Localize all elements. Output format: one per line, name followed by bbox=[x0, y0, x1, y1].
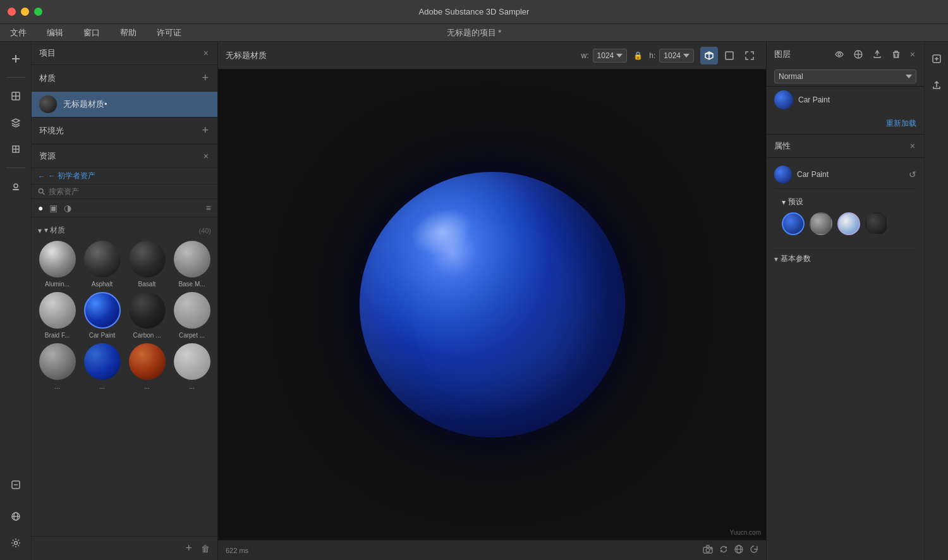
stamp-tool[interactable] bbox=[5, 176, 27, 197]
layer-delete-button[interactable] bbox=[889, 47, 904, 62]
list-item[interactable]: Asphalt bbox=[82, 241, 123, 288]
material-label-carpaint: Car Paint bbox=[89, 331, 116, 339]
svg-point-27 bbox=[838, 53, 841, 56]
reload-link[interactable]: 重新加载 bbox=[886, 118, 916, 129]
2d-view-button[interactable] bbox=[720, 47, 738, 64]
layer-item[interactable]: Car Paint bbox=[767, 87, 924, 113]
sphere-object bbox=[360, 172, 625, 437]
maximize-button[interactable] bbox=[34, 8, 42, 16]
add-asset-button[interactable]: + bbox=[184, 540, 193, 556]
properties-close-button[interactable]: × bbox=[909, 140, 916, 152]
search-bar bbox=[32, 185, 217, 199]
add-material-button[interactable]: + bbox=[200, 70, 210, 86]
category-count: (40) bbox=[198, 227, 211, 234]
preset-blue[interactable] bbox=[782, 212, 805, 235]
add-environment-button[interactable]: + bbox=[200, 123, 210, 138]
presets-chevron-icon: ▾ bbox=[782, 198, 786, 207]
layer-paint-button[interactable] bbox=[851, 47, 866, 62]
blend-mode-value: Normal bbox=[779, 72, 803, 81]
svg-point-8 bbox=[14, 184, 18, 188]
layers-tool[interactable] bbox=[5, 112, 27, 133]
list-item[interactable]: Alumin... bbox=[37, 241, 78, 288]
project-close-button[interactable]: × bbox=[202, 47, 210, 59]
menu-help[interactable]: 帮助 bbox=[116, 26, 140, 40]
material-thumb-carpet bbox=[174, 292, 210, 329]
info-panel-button[interactable] bbox=[926, 48, 947, 70]
properties-title: 属性 bbox=[774, 140, 791, 152]
assets-content: ▾ ▾ 材质 (40) Alumin... Asphalt bbox=[32, 217, 217, 536]
material-label-base: Base M... bbox=[178, 280, 205, 288]
image-filter-icon[interactable]: ▣ bbox=[49, 203, 58, 213]
layer-export-button[interactable] bbox=[870, 47, 885, 62]
list-item[interactable]: Carbon ... bbox=[126, 292, 167, 339]
transform-tool[interactable] bbox=[5, 85, 27, 107]
material-item-name: 无标题材质• bbox=[63, 99, 107, 110]
height-label: h: bbox=[649, 51, 655, 60]
menu-file[interactable]: 文件 bbox=[6, 26, 30, 40]
expand-view-button[interactable] bbox=[741, 47, 758, 64]
list-item[interactable]: Car Paint bbox=[82, 292, 123, 339]
material-thumb-carbon bbox=[129, 292, 166, 329]
width-control: w: 1024 bbox=[581, 49, 628, 63]
settings-tool[interactable] bbox=[5, 532, 27, 554]
blend-chevron-icon bbox=[906, 75, 912, 78]
material-thumb-aluminum bbox=[39, 241, 76, 277]
property-reset-button[interactable]: ↺ bbox=[909, 169, 916, 180]
preset-silver[interactable] bbox=[810, 212, 832, 235]
add-button[interactable] bbox=[5, 48, 27, 70]
menu-license[interactable]: 许可证 bbox=[153, 26, 185, 40]
list-item[interactable]: ... bbox=[37, 343, 78, 391]
crop-tool[interactable] bbox=[5, 138, 27, 160]
materials-category: ▾ ▾ 材质 (40) bbox=[37, 222, 212, 241]
refresh-icon[interactable] bbox=[719, 545, 728, 556]
share-button[interactable] bbox=[926, 75, 947, 96]
aspect-lock-icon[interactable]: 🔒 bbox=[633, 51, 643, 60]
layer-thumbnail bbox=[774, 90, 793, 109]
environment-title-label: 环境光 bbox=[39, 125, 64, 137]
grid-icon[interactable] bbox=[734, 545, 743, 556]
layer-visibility-button[interactable] bbox=[832, 47, 847, 62]
3d-view-button[interactable] bbox=[700, 47, 718, 64]
close-button[interactable] bbox=[8, 8, 16, 16]
filter-icons: ● ▣ ◑ bbox=[38, 203, 71, 213]
assets-close-button[interactable]: × bbox=[202, 150, 210, 162]
material-item[interactable]: 无标题材质• bbox=[32, 92, 217, 117]
menu-edit[interactable]: 编辑 bbox=[43, 26, 67, 40]
list-item[interactable]: ... bbox=[82, 343, 123, 391]
list-item[interactable]: Braid F... bbox=[37, 292, 78, 339]
window-controls bbox=[8, 8, 42, 16]
search-input[interactable] bbox=[49, 187, 211, 196]
sphere-filter-icon[interactable]: ● bbox=[38, 203, 43, 213]
list-item[interactable]: Carpet ... bbox=[171, 292, 212, 339]
list-item[interactable]: Basalt bbox=[126, 241, 167, 288]
left-panel: 项目 × 材质 + 无标题材质• 环境光 + 资源 × bbox=[32, 42, 218, 560]
list-item[interactable]: ... bbox=[171, 343, 212, 391]
camera-icon[interactable] bbox=[703, 545, 713, 556]
view-toggle-buttons bbox=[700, 47, 758, 64]
bottom-tool[interactable] bbox=[5, 474, 27, 496]
material-label-partial3: ... bbox=[144, 382, 149, 391]
rotate-icon[interactable] bbox=[750, 545, 758, 556]
globe-tool[interactable] bbox=[5, 506, 27, 527]
blend-mode-select[interactable]: Normal bbox=[774, 70, 916, 83]
svg-rect-20 bbox=[726, 52, 733, 59]
list-view-icon[interactable]: ≡ bbox=[206, 203, 211, 213]
preset-dark[interactable] bbox=[865, 212, 888, 235]
assets-section: 资源 × ← ← 初学者资产 ● ▣ ◑ ≡ bbox=[32, 144, 217, 560]
list-item[interactable]: ... bbox=[126, 343, 167, 391]
width-dropdown[interactable]: 1024 bbox=[593, 49, 628, 63]
3d-canvas[interactable]: Yuucn.com bbox=[218, 70, 766, 540]
back-label: ← 初学者资产 bbox=[48, 171, 95, 181]
back-to-assets[interactable]: ← ← 初学者资产 bbox=[32, 168, 217, 185]
material-thumb-braid bbox=[39, 292, 76, 329]
minimize-button[interactable] bbox=[21, 8, 29, 16]
menu-window[interactable]: 窗口 bbox=[80, 26, 104, 40]
layers-header: 图层 bbox=[767, 42, 924, 67]
half-circle-filter-icon[interactable]: ◑ bbox=[64, 203, 71, 213]
height-dropdown[interactable]: 1024 bbox=[659, 49, 694, 63]
list-item[interactable]: Base M... bbox=[171, 241, 212, 288]
delete-asset-button[interactable]: 🗑 bbox=[200, 542, 211, 555]
layers-close-button[interactable]: × bbox=[909, 48, 916, 61]
preset-white-blue[interactable] bbox=[837, 212, 860, 235]
properties-header: 属性 × bbox=[767, 135, 924, 158]
